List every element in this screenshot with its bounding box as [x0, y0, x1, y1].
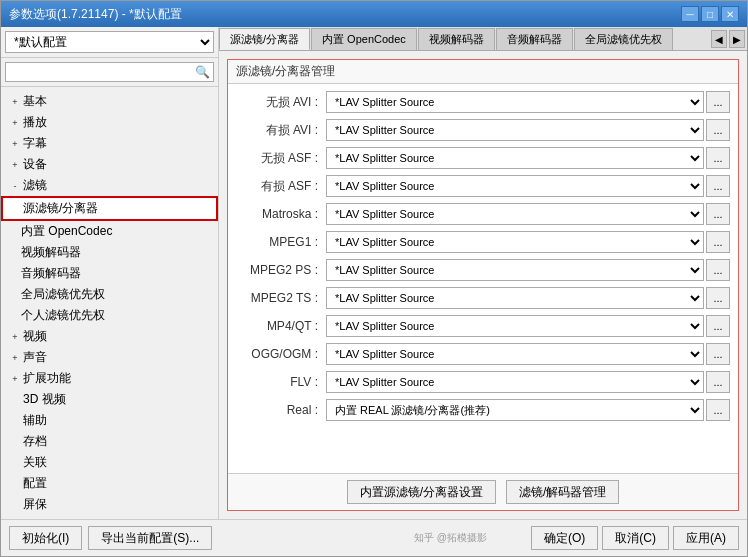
expand-icon: +	[9, 352, 21, 364]
row-lossy-asf: 有损 ASF : *LAV Splitter Source ...	[228, 172, 738, 200]
tab-label: 视频解码器	[429, 32, 484, 47]
tree-label: 基本	[23, 93, 47, 110]
tree-item-screensave[interactable]: + 屏保	[1, 494, 218, 515]
label-lossy-asf: 有损 ASF :	[236, 178, 326, 195]
label-mpeg1: MPEG1 :	[236, 235, 326, 249]
minimize-button[interactable]: ─	[681, 6, 699, 22]
row-mpeg2-ps: MPEG2 PS : *LAV Splitter Source ...	[228, 256, 738, 284]
tree-item-internal-opencodec[interactable]: 内置 OpenCodec	[1, 221, 218, 242]
tree-item-assist[interactable]: + 辅助	[1, 410, 218, 431]
btn-lossy-asf[interactable]: ...	[706, 175, 730, 197]
select-lossless-avi[interactable]: *LAV Splitter Source	[326, 91, 704, 113]
tree-label: 辅助	[23, 412, 47, 429]
tree-item-video[interactable]: + 视频	[1, 326, 218, 347]
tree-item-3d-video[interactable]: + 3D 视频	[1, 389, 218, 410]
tree-label: 屏保	[23, 496, 47, 513]
panel-content: 源滤镜/分离器管理 无损 AVI : *LAV Splitter Source …	[219, 51, 747, 519]
search-input[interactable]	[5, 62, 214, 82]
row-real: Real : 内置 REAL 源滤镜/分离器(推荐) ...	[228, 396, 738, 424]
bottom-left-buttons: 初始化(I) 导出当前配置(S)...	[9, 526, 212, 550]
tab-global-filter[interactable]: 全局滤镜优先权	[574, 28, 673, 50]
tree-item-storage[interactable]: + 存档	[1, 431, 218, 452]
tree-item-subtitle[interactable]: + 字幕	[1, 133, 218, 154]
tree-label: 音频解码器	[21, 265, 81, 282]
expand-icon: +	[9, 117, 21, 129]
tab-source-demuxer[interactable]: 源滤镜/分离器	[219, 28, 310, 50]
tab-audio-decoder[interactable]: 音频解码器	[496, 28, 573, 50]
select-flv[interactable]: *LAV Splitter Source	[326, 371, 704, 393]
select-ogg-ogm[interactable]: *LAV Splitter Source	[326, 343, 704, 365]
label-mpeg2-ts: MPEG2 TS :	[236, 291, 326, 305]
btn-flv[interactable]: ...	[706, 371, 730, 393]
close-button[interactable]: ✕	[721, 6, 739, 22]
tree-label: 个人滤镜优先权	[21, 307, 105, 324]
tab-label: 内置 OpenCodec	[322, 32, 406, 47]
select-mpeg2-ts[interactable]: *LAV Splitter Source	[326, 287, 704, 309]
tree-label: 关联	[23, 454, 47, 471]
tab-next-button[interactable]: ▶	[729, 30, 745, 48]
select-lossy-asf[interactable]: *LAV Splitter Source	[326, 175, 704, 197]
tree-item-playback[interactable]: + 播放	[1, 112, 218, 133]
btn-mp4-qt[interactable]: ...	[706, 315, 730, 337]
label-lossless-asf: 无损 ASF :	[236, 150, 326, 167]
apply-button[interactable]: 应用(A)	[673, 526, 739, 550]
select-real[interactable]: 内置 REAL 源滤镜/分离器(推荐)	[326, 399, 704, 421]
tree-item-basic[interactable]: + 基本	[1, 91, 218, 112]
tab-nav: ◀ ▶	[709, 28, 747, 50]
tree-label: 滤镜	[23, 177, 47, 194]
label-mp4-qt: MP4/QT :	[236, 319, 326, 333]
content-area: *默认配置 🔍 + 基本 + 播放 + 字幕	[1, 27, 747, 519]
btn-mpeg2-ps[interactable]: ...	[706, 259, 730, 281]
sidebar: *默认配置 🔍 + 基本 + 播放 + 字幕	[1, 27, 219, 519]
tree-item-audio[interactable]: + 声音	[1, 347, 218, 368]
tree-item-source-demuxer[interactable]: 源滤镜/分离器	[1, 196, 218, 221]
label-ogg-ogm: OGG/OGM :	[236, 347, 326, 361]
select-mpeg2-ps[interactable]: *LAV Splitter Source	[326, 259, 704, 281]
window-title: 参数选项(1.7.21147) - *默认配置	[9, 6, 182, 23]
tree-item-filter[interactable]: - 滤镜	[1, 175, 218, 196]
expand-icon: +	[9, 373, 21, 385]
tree-label: 字幕	[23, 135, 47, 152]
tree-item-shortcut[interactable]: + 关联	[1, 452, 218, 473]
tree-label: 设备	[23, 156, 47, 173]
btn-matroska[interactable]: ...	[706, 203, 730, 225]
btn-mpeg2-ts[interactable]: ...	[706, 287, 730, 309]
title-bar: 参数选项(1.7.21147) - *默认配置 ─ □ ✕	[1, 1, 747, 27]
tree-item-global-filter[interactable]: 全局滤镜优先权	[1, 284, 218, 305]
tab-internal-opencodec[interactable]: 内置 OpenCodec	[311, 28, 417, 50]
select-lossless-asf[interactable]: *LAV Splitter Source	[326, 147, 704, 169]
label-lossy-avi: 有损 AVI :	[236, 122, 326, 139]
btn-real[interactable]: ...	[706, 399, 730, 421]
bottom-bar: 初始化(I) 导出当前配置(S)... 知乎 @拓模摄影 确定(O) 取消(C)…	[1, 519, 747, 556]
select-mpeg1[interactable]: *LAV Splitter Source	[326, 231, 704, 253]
expand-icon: +	[9, 331, 21, 343]
tree-view: + 基本 + 播放 + 字幕 + 设备 - 滤镜	[1, 87, 218, 519]
btn-ogg-ogm[interactable]: ...	[706, 343, 730, 365]
btn-lossless-asf[interactable]: ...	[706, 147, 730, 169]
tree-item-video-decoder[interactable]: 视频解码器	[1, 242, 218, 263]
filter-manage-button[interactable]: 滤镜/解码器管理	[506, 480, 619, 504]
profile-select[interactable]: *默认配置	[5, 31, 214, 53]
select-matroska[interactable]: *LAV Splitter Source	[326, 203, 704, 225]
select-lossy-avi[interactable]: *LAV Splitter Source	[326, 119, 704, 141]
btn-lossy-avi[interactable]: ...	[706, 119, 730, 141]
tab-video-decoder[interactable]: 视频解码器	[418, 28, 495, 50]
btn-mpeg1[interactable]: ...	[706, 231, 730, 253]
row-mp4-qt: MP4/QT : *LAV Splitter Source ...	[228, 312, 738, 340]
tree-item-expand-feature[interactable]: + 扩展功能	[1, 368, 218, 389]
cancel-button[interactable]: 取消(C)	[602, 526, 669, 550]
section-title: 源滤镜/分离器管理	[228, 60, 738, 84]
init-button[interactable]: 初始化(I)	[9, 526, 82, 550]
tree-item-config[interactable]: + 配置	[1, 473, 218, 494]
export-button[interactable]: 导出当前配置(S)...	[88, 526, 212, 550]
ok-button[interactable]: 确定(O)	[531, 526, 598, 550]
tree-item-personal-filter[interactable]: 个人滤镜优先权	[1, 305, 218, 326]
select-mp4-qt[interactable]: *LAV Splitter Source	[326, 315, 704, 337]
btn-lossless-avi[interactable]: ...	[706, 91, 730, 113]
maximize-button[interactable]: □	[701, 6, 719, 22]
tree-item-device[interactable]: + 设备	[1, 154, 218, 175]
tab-prev-button[interactable]: ◀	[711, 30, 727, 48]
tree-item-audio-decoder[interactable]: 音频解码器	[1, 263, 218, 284]
search-section: 🔍	[1, 58, 218, 87]
internal-settings-button[interactable]: 内置源滤镜/分离器设置	[347, 480, 496, 504]
